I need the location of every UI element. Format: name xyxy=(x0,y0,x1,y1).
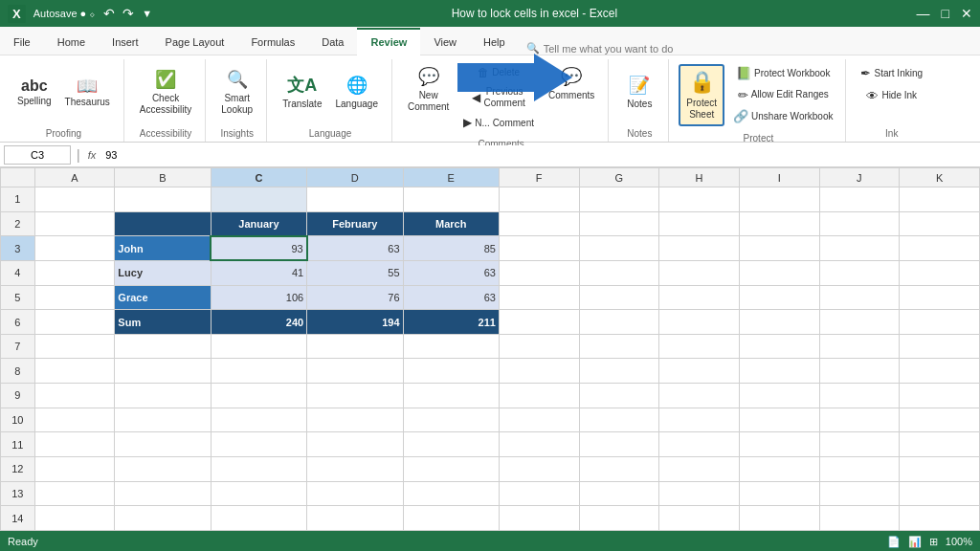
cell-f6[interactable] xyxy=(499,310,579,335)
tab-insert[interactable]: Insert xyxy=(99,27,152,55)
cell-d2[interactable]: February xyxy=(307,211,403,236)
cell-c5[interactable]: 106 xyxy=(211,285,306,310)
col-header-g[interactable]: G xyxy=(579,168,659,187)
translate-button[interactable]: 文A Translate xyxy=(277,72,327,114)
tab-help[interactable]: Help xyxy=(470,27,519,55)
cell-a4[interactable] xyxy=(34,260,115,285)
cell-h6[interactable] xyxy=(659,310,740,335)
new-comment-button[interactable]: 💬 NewComment xyxy=(402,63,455,117)
smart-lookup-button[interactable]: 🔍 SmartLookup xyxy=(215,66,258,120)
cell-b6[interactable]: Sum xyxy=(115,310,211,335)
col-header-f[interactable]: F xyxy=(499,168,579,187)
cell-h2[interactable] xyxy=(659,211,740,236)
cell-g1[interactable] xyxy=(579,187,659,212)
cell-i6[interactable] xyxy=(739,310,819,335)
cell-a6[interactable] xyxy=(34,310,115,335)
cell-j3[interactable] xyxy=(819,236,900,261)
next-comment-button[interactable]: ▶ N... Comment xyxy=(458,113,539,132)
tab-home[interactable]: Home xyxy=(44,27,99,55)
cell-k1[interactable] xyxy=(900,187,980,212)
tab-file[interactable]: File xyxy=(0,27,44,55)
col-header-h[interactable]: H xyxy=(659,168,740,187)
cell-g4[interactable] xyxy=(579,260,659,285)
cell-i2[interactable] xyxy=(739,211,819,236)
cell-f4[interactable] xyxy=(499,260,579,285)
spelling-button[interactable]: abc Spelling xyxy=(11,75,57,111)
customize-icon[interactable]: ▼ xyxy=(142,8,152,19)
cell-j6[interactable] xyxy=(819,310,900,335)
cell-d1[interactable] xyxy=(307,187,403,212)
cell-j2[interactable] xyxy=(819,211,900,236)
maximize-button[interactable]: □ xyxy=(942,6,949,21)
cell-a3[interactable] xyxy=(34,236,115,261)
cell-d4[interactable]: 55 xyxy=(307,260,403,285)
col-header-d[interactable]: D xyxy=(307,168,403,187)
cell-c6[interactable]: 240 xyxy=(211,310,306,335)
col-header-i[interactable]: I xyxy=(739,168,819,187)
cell-e2[interactable]: March xyxy=(403,211,499,236)
protect-sheet-button[interactable]: 🔒 ProtectSheet xyxy=(679,64,724,125)
allow-edit-ranges-button[interactable]: ✏ Allow Edit Ranges xyxy=(728,85,837,106)
cell-j4[interactable] xyxy=(819,260,900,285)
tab-formulas[interactable]: Formulas xyxy=(237,27,308,55)
cell-k5[interactable] xyxy=(900,285,980,310)
normal-view-icon[interactable]: 📄 xyxy=(887,536,901,548)
cell-c2[interactable]: January xyxy=(211,211,306,236)
formula-input[interactable] xyxy=(101,145,976,165)
cell-f2[interactable] xyxy=(499,211,579,236)
tab-data[interactable]: Data xyxy=(308,27,357,55)
cell-b4[interactable]: Lucy xyxy=(115,260,211,285)
cell-h4[interactable] xyxy=(659,260,740,285)
cell-i1[interactable] xyxy=(739,187,819,212)
col-header-a[interactable]: A xyxy=(34,168,115,187)
cell-e5[interactable]: 63 xyxy=(403,285,499,310)
delete-comment-button[interactable]: 🗑 Delete xyxy=(458,63,539,82)
cell-k3[interactable] xyxy=(900,236,980,261)
cell-k6[interactable] xyxy=(900,310,980,335)
cell-g2[interactable] xyxy=(579,211,659,236)
cell-g5[interactable] xyxy=(579,285,659,310)
cell-h3[interactable] xyxy=(659,236,740,261)
cell-k4[interactable] xyxy=(900,260,980,285)
thesaurus-button[interactable]: 📖 Thesaurus xyxy=(59,74,116,112)
cell-j1[interactable] xyxy=(819,187,900,212)
cell-e3[interactable]: 85 xyxy=(403,236,499,261)
minimize-button[interactable]: — xyxy=(917,6,930,21)
name-box[interactable] xyxy=(4,145,71,165)
cell-f5[interactable] xyxy=(499,285,579,310)
cell-a1[interactable] xyxy=(34,187,115,212)
redo-icon[interactable]: ↷ xyxy=(122,6,134,21)
cell-f1[interactable] xyxy=(499,187,579,212)
language-button[interactable]: 🌐 Language xyxy=(329,72,384,114)
page-break-icon[interactable]: ⊞ xyxy=(929,536,938,548)
cell-b1[interactable] xyxy=(115,187,211,212)
cell-e4[interactable]: 63 xyxy=(403,260,499,285)
search-input[interactable] xyxy=(544,43,735,55)
cell-k2[interactable] xyxy=(900,211,980,236)
cell-c4[interactable]: 41 xyxy=(211,260,306,285)
cell-f3[interactable] xyxy=(499,236,579,261)
cell-i3[interactable] xyxy=(739,236,819,261)
cell-a2[interactable] xyxy=(34,211,115,236)
start-inking-button[interactable]: ✒ Start Inking xyxy=(856,63,927,84)
col-header-j[interactable]: J xyxy=(819,168,900,187)
cell-b5[interactable]: Grace xyxy=(115,285,211,310)
cell-e1[interactable] xyxy=(403,187,499,212)
hide-ink-button[interactable]: 👁 Hide Ink xyxy=(861,86,922,107)
cell-b3[interactable]: John xyxy=(115,236,211,261)
cell-e6[interactable]: 211 xyxy=(403,310,499,335)
cell-d3[interactable]: 63 xyxy=(307,236,403,261)
undo-icon[interactable]: ↶ xyxy=(103,6,115,21)
close-button[interactable]: ✕ xyxy=(961,6,972,21)
cell-c1[interactable] xyxy=(211,187,306,212)
check-accessibility-button[interactable]: ✅ CheckAccessibility xyxy=(134,66,197,120)
cell-g6[interactable] xyxy=(579,310,659,335)
cell-h1[interactable] xyxy=(659,187,740,212)
cell-d6[interactable]: 194 xyxy=(307,310,403,335)
cell-d5[interactable]: 76 xyxy=(307,285,403,310)
previous-comment-button[interactable]: ◀ PreviousComment xyxy=(458,83,539,112)
tab-review[interactable]: Review xyxy=(357,28,420,55)
show-comments-button[interactable]: 💬 Comments xyxy=(543,63,600,105)
protect-workbook-button[interactable]: 📗 Protect Workbook xyxy=(728,63,837,84)
cell-j5[interactable] xyxy=(819,285,900,310)
